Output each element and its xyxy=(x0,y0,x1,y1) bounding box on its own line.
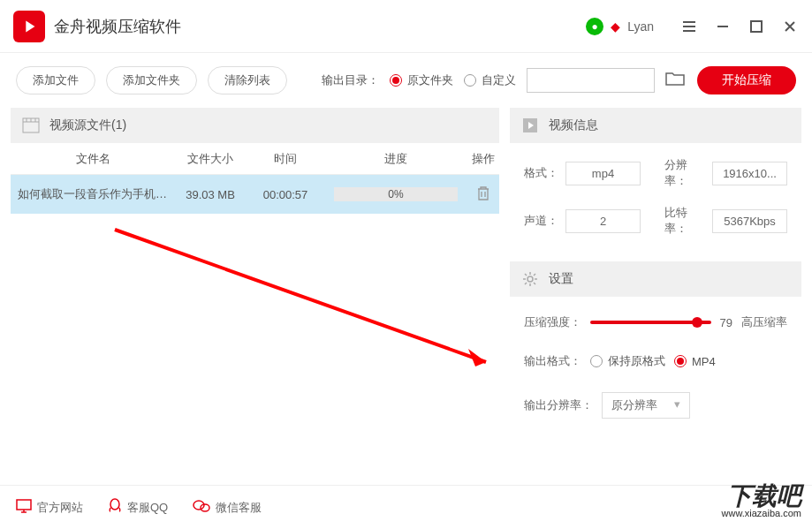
col-progress: 进度 xyxy=(325,151,467,167)
filelist-header: 视频源文件(1) xyxy=(11,108,499,143)
output-resolution-label: 输出分辨率： xyxy=(524,397,593,413)
file-progress: 0% xyxy=(325,187,467,201)
radio-custom-label: 自定义 xyxy=(482,72,516,88)
file-size: 39.03 MB xyxy=(175,188,246,201)
col-time: 时间 xyxy=(246,151,325,167)
settings-header: 设置 xyxy=(510,261,801,297)
add-file-button[interactable]: 添加文件 xyxy=(16,66,95,94)
radio-mp4-format[interactable] xyxy=(674,355,687,367)
svg-point-7 xyxy=(110,499,119,510)
table-row[interactable]: 如何截取一段音乐作为手机铃声... 39.03 MB 00:00:57 0% xyxy=(11,175,499,214)
clear-list-button[interactable]: 清除列表 xyxy=(208,66,287,94)
wechat-icon: ● xyxy=(586,18,603,35)
format-label: 格式： xyxy=(524,165,558,181)
file-name: 如何截取一段音乐作为手机铃声... xyxy=(11,186,175,202)
qq-link[interactable]: 客服QQ xyxy=(108,498,168,517)
file-time: 00:00:57 xyxy=(246,188,325,201)
minimize-button[interactable] xyxy=(714,18,732,35)
output-format-label: 输出格式： xyxy=(524,353,581,369)
play-square-icon xyxy=(520,116,540,135)
format-value: mp4 xyxy=(565,162,641,185)
channel-label: 声道： xyxy=(524,213,558,229)
settings-title: 设置 xyxy=(549,271,573,287)
film-icon xyxy=(21,116,41,135)
col-name: 文件名 xyxy=(11,151,175,167)
info-title: 视频信息 xyxy=(549,117,598,133)
browse-folder-icon[interactable] xyxy=(665,71,687,90)
watermark: 下载吧 www.xiazaiba.com xyxy=(722,484,801,518)
svg-point-9 xyxy=(201,504,209,511)
col-action: 操作 xyxy=(467,151,499,167)
app-title: 金舟视频压缩软件 xyxy=(54,16,586,37)
strength-label: 压缩强度： xyxy=(524,314,581,330)
resolution-select[interactable]: 原分辨率 xyxy=(602,392,690,419)
strength-desc: 高压缩率 xyxy=(741,314,787,330)
output-label: 输出目录： xyxy=(322,72,379,88)
wechat-support-icon xyxy=(193,499,210,516)
delete-icon[interactable] xyxy=(467,185,499,204)
username: Lyan xyxy=(627,19,654,34)
wechat-link[interactable]: 微信客服 xyxy=(193,499,262,516)
radio-source-folder[interactable] xyxy=(390,74,402,87)
bitrate-value: 5367Kbps xyxy=(712,209,787,233)
close-button[interactable] xyxy=(781,18,799,35)
channel-value: 2 xyxy=(565,209,641,233)
svg-point-3 xyxy=(527,276,533,282)
app-logo xyxy=(13,11,45,42)
website-link[interactable]: 官方网站 xyxy=(16,499,83,516)
output-path-input[interactable] xyxy=(527,68,655,93)
start-compress-button[interactable]: 开始压缩 xyxy=(697,66,796,94)
resolution-value: 1916x10... xyxy=(712,162,787,185)
info-header: 视频信息 xyxy=(510,108,801,143)
gear-icon xyxy=(520,269,540,289)
resolution-label: 分辨率： xyxy=(664,157,705,189)
radio-source-label: 原文件夹 xyxy=(407,72,453,88)
qq-icon xyxy=(108,498,122,517)
ruby-icon: ◆ xyxy=(611,19,620,34)
svg-rect-6 xyxy=(17,500,31,510)
strength-slider[interactable] xyxy=(590,321,711,324)
add-folder-button[interactable]: 添加文件夹 xyxy=(106,66,197,94)
radio-keep-format[interactable] xyxy=(590,355,603,367)
strength-value: 79 xyxy=(720,316,732,329)
filelist-title: 视频源文件(1) xyxy=(49,117,126,133)
menu-button[interactable] xyxy=(680,18,698,35)
bitrate-label: 比特率： xyxy=(664,205,705,237)
radio-custom-folder[interactable] xyxy=(464,74,476,87)
svg-rect-0 xyxy=(751,21,762,32)
col-size: 文件大小 xyxy=(175,151,246,167)
monitor-icon xyxy=(16,499,32,516)
maximize-button[interactable] xyxy=(747,18,765,35)
